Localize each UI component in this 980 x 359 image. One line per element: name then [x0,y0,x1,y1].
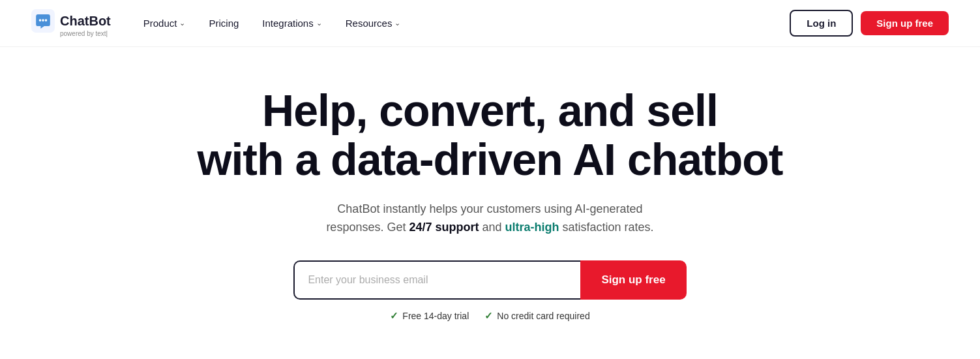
navbar-left: ChatBot powered by text| Product ⌄ Prici… [31,9,409,37]
logo-area: ChatBot powered by text| [31,9,111,37]
hero-title-line2: with a data-driven AI chatbot [198,134,783,184]
nav-item-pricing[interactable]: Pricing [200,12,248,34]
logo-wrapper: ChatBot [31,9,111,33]
badge-trial-label: Free 14-day trial [402,311,469,321]
signup-nav-button[interactable]: Sign up free [861,11,949,35]
email-input[interactable] [293,260,580,300]
chevron-down-icon-integrations: ⌄ [316,19,322,27]
hero-section: Help, convert, and sell with a data-driv… [0,47,980,348]
login-button[interactable]: Log in [790,10,853,37]
hero-subtitle: ChatBot instantly helps your customers u… [326,200,653,238]
badge-no-credit-label: No credit card required [497,311,589,321]
hero-title: Help, convert, and sell with a data-driv… [198,86,783,184]
svg-point-2 [42,19,44,22]
svg-point-1 [39,19,42,22]
nav-item-resources[interactable]: Resources ⌄ [336,12,410,34]
logo-text: ChatBot [60,14,111,29]
hero-subtitle-part4: satisfaction rates. [559,221,654,234]
badge-no-credit: ✓ No credit card required [484,310,589,322]
hero-title-line1: Help, convert, and sell [262,86,718,135]
email-form: Sign up free [293,260,686,300]
hero-badges: ✓ Free 14-day trial ✓ No credit card req… [390,310,589,322]
logo-powered-by: powered by text| [60,30,108,37]
nav-label-product: Product [143,18,177,29]
chevron-down-icon-resources: ⌄ [394,19,400,27]
navbar-right: Log in Sign up free [790,10,949,37]
check-icon-credit: ✓ [484,310,493,322]
hero-subtitle-highlight: ultra-high [505,221,559,234]
nav-item-integrations[interactable]: Integrations ⌄ [253,12,331,34]
nav-label-resources: Resources [346,18,393,29]
check-icon-trial: ✓ [390,310,398,322]
nav-label-pricing: Pricing [209,18,239,29]
nav-links: Product ⌄ Pricing Integrations ⌄ Resourc… [134,12,410,34]
nav-label-integrations: Integrations [262,18,313,29]
chevron-down-icon: ⌄ [179,19,185,27]
hero-subtitle-bold: 24/7 support [409,221,479,234]
hero-subtitle-part3: and [479,221,505,234]
nav-item-product[interactable]: Product ⌄ [134,12,195,34]
chatbot-logo-icon [31,9,55,33]
badge-trial: ✓ Free 14-day trial [390,310,469,322]
svg-point-3 [45,19,48,22]
signup-hero-button[interactable]: Sign up free [580,260,686,300]
navbar: ChatBot powered by text| Product ⌄ Prici… [0,0,980,47]
